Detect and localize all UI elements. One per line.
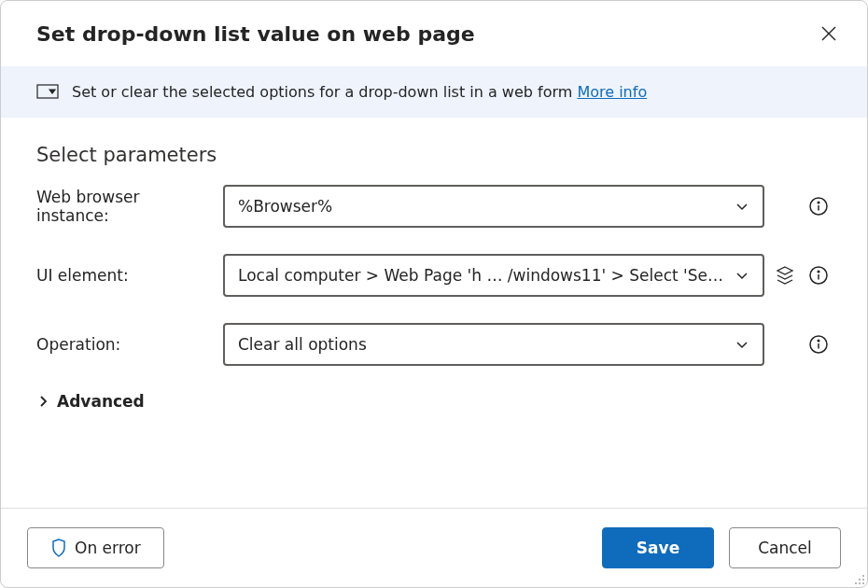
svg-point-7 xyxy=(818,271,819,273)
label-operation: Operation: xyxy=(36,335,216,354)
svg-point-15 xyxy=(855,582,857,584)
label-ui-element: UI element: xyxy=(36,266,216,285)
dialog-header: Set drop-down list value on web page xyxy=(1,1,867,66)
dialog-title: Set drop-down list value on web page xyxy=(36,22,475,46)
banner-text: Set or clear the selected options for a … xyxy=(72,83,647,101)
info-icon xyxy=(808,265,829,286)
chevron-down-icon xyxy=(735,268,749,283)
svg-point-10 xyxy=(818,340,819,342)
svg-point-4 xyxy=(818,202,819,203)
info-button-ui-element[interactable] xyxy=(808,265,829,286)
ui-element-picker-button[interactable] xyxy=(775,265,795,286)
save-button[interactable]: Save xyxy=(602,527,714,568)
svg-point-16 xyxy=(859,582,861,584)
info-button-operation[interactable] xyxy=(808,334,829,355)
chevron-right-icon xyxy=(36,395,49,408)
dropdown-operation-value: Clear all options xyxy=(238,335,367,354)
svg-point-17 xyxy=(862,582,864,584)
resize-grip-icon[interactable] xyxy=(852,572,865,585)
svg-point-12 xyxy=(862,575,864,577)
shield-icon xyxy=(50,539,67,557)
svg-rect-2 xyxy=(37,85,58,98)
chevron-down-icon xyxy=(735,337,749,352)
dropdown-browser[interactable]: %Browser% xyxy=(223,185,764,228)
advanced-label: Advanced xyxy=(57,392,145,411)
info-button-browser[interactable] xyxy=(808,196,829,217)
field-ui-element: UI element: Local computer > Web Page 'h… xyxy=(36,254,832,297)
field-operation: Operation: Clear all options xyxy=(36,323,832,366)
layers-icon xyxy=(775,265,795,286)
label-browser: Web browser instance: xyxy=(36,188,216,225)
advanced-toggle[interactable]: Advanced xyxy=(36,392,832,411)
close-icon xyxy=(820,25,837,42)
field-browser: Web browser instance: %Browser% xyxy=(36,185,832,228)
on-error-label: On error xyxy=(75,539,141,557)
dropdown-operation[interactable]: Clear all options xyxy=(223,323,764,366)
svg-point-14 xyxy=(862,579,864,581)
dropdown-ui-element[interactable]: Local computer > Web Page 'h … /windows1… xyxy=(223,254,764,297)
info-icon xyxy=(808,196,829,217)
dropdown-ui-element-value: Local computer > Web Page 'h … /windows1… xyxy=(238,266,727,285)
close-button[interactable] xyxy=(817,21,841,46)
section-title: Select parameters xyxy=(36,144,832,166)
dropdown-browser-value: %Browser% xyxy=(238,197,332,216)
cancel-button[interactable]: Cancel xyxy=(729,527,841,568)
svg-point-13 xyxy=(859,579,861,581)
description-banner: Set or clear the selected options for a … xyxy=(1,66,867,118)
footer-actions: Save Cancel xyxy=(602,527,841,568)
on-error-button[interactable]: On error xyxy=(27,527,164,568)
dropdown-icon xyxy=(36,84,59,101)
dialog-content: Select parameters Web browser instance: … xyxy=(1,118,867,508)
info-icon xyxy=(808,334,829,355)
chevron-down-icon xyxy=(735,199,749,214)
dialog-footer: On error Save Cancel xyxy=(1,508,867,587)
more-info-link[interactable]: More info xyxy=(577,83,647,101)
